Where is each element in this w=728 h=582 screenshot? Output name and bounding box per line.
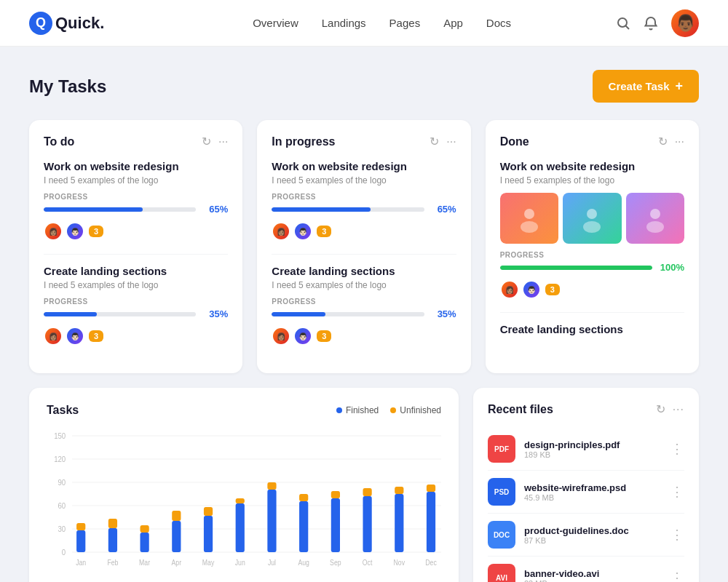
logo-text: Quick. <box>55 14 104 33</box>
svg-text:Jun: Jun <box>235 558 245 567</box>
task-card: Create landing sections I need 5 example… <box>272 265 456 346</box>
task-avatars: 👩🏽 👨🏻 3 <box>272 327 456 346</box>
svg-point-5 <box>583 221 601 233</box>
svg-rect-47 <box>363 496 371 552</box>
avatar-count: 3 <box>317 226 331 237</box>
svg-point-4 <box>587 209 597 219</box>
chart-legend: Finished Unfinished <box>336 405 441 415</box>
file-menu-button[interactable]: ⋮ <box>670 484 684 500</box>
create-task-button[interactable]: Create Task + <box>593 70 699 103</box>
refresh-icon[interactable]: ↻ <box>658 135 668 148</box>
avatar-1: 👩🏽 <box>44 327 63 346</box>
logo-q-icon: Q <box>29 12 52 35</box>
file-item: PSD website-wireframe.psd 45.9 MB ⋮ <box>488 471 684 514</box>
file-type-icon: AVI <box>488 564 515 582</box>
svg-rect-32 <box>204 516 213 552</box>
svg-text:Nov: Nov <box>394 558 405 567</box>
legend-dot-unfinished <box>390 407 396 413</box>
progress-row: 35% <box>44 308 228 319</box>
nav-app[interactable]: App <box>443 17 463 29</box>
avatar-1: 👩🏽 <box>272 327 290 346</box>
task-avatars: 👩🏽 👨🏻 3 <box>272 222 456 241</box>
progress-pct: 100% <box>660 262 684 273</box>
file-menu-button[interactable]: ⋮ <box>670 527 684 543</box>
svg-text:Mar: Mar <box>139 558 150 567</box>
svg-point-6 <box>650 209 660 219</box>
svg-text:Dec: Dec <box>425 558 437 567</box>
svg-rect-51 <box>395 487 403 494</box>
svg-text:May: May <box>202 558 215 567</box>
svg-rect-53 <box>427 492 435 552</box>
nav-actions: 👨🏾 <box>616 9 699 37</box>
task-desc: I need 5 examples of the logo <box>44 280 228 290</box>
file-size: 45.9 MB <box>524 493 662 502</box>
nav-overview[interactable]: Overview <box>253 17 298 29</box>
svg-line-1 <box>626 25 630 29</box>
progress-bar-bg <box>272 312 424 316</box>
kanban-col-todo: To do ↻ ··· Work on website redesign I n… <box>29 120 242 373</box>
svg-rect-35 <box>236 503 245 552</box>
svg-text:Sep: Sep <box>330 558 341 567</box>
col-todo-header: To do ↻ ··· <box>44 135 228 148</box>
task-card: Work on website redesign I need 5 exampl… <box>44 160 228 241</box>
task-image-1 <box>500 193 558 244</box>
svg-text:120: 120 <box>54 455 66 463</box>
kanban-col-inprogress: In progress ↻ ··· Work on website redesi… <box>257 120 470 373</box>
svg-text:30: 30 <box>58 525 66 533</box>
task-desc: I need 5 examples of the logo <box>500 175 684 186</box>
main-content: My Tasks Create Task + To do ↻ ··· Work … <box>0 47 728 582</box>
progress-label: PROGRESS <box>44 193 228 201</box>
file-menu-button[interactable]: ⋮ <box>670 441 684 457</box>
nav-landings[interactable]: Landings <box>322 17 366 29</box>
files-actions: ↻ ··· <box>656 402 684 416</box>
file-name: banner-video.avi <box>524 568 662 579</box>
chart-header: Tasks Finished Unfinished <box>47 404 441 417</box>
task-title: Work on website redesign <box>500 160 684 172</box>
task-image-2 <box>563 193 621 244</box>
file-info: design-principles.pdf 189 KB <box>524 439 662 459</box>
more-icon[interactable]: ··· <box>218 135 228 148</box>
file-size: 87 KB <box>524 536 662 545</box>
chart-title: Tasks <box>47 404 79 417</box>
file-name: website-wireframe.psd <box>524 482 662 493</box>
more-icon[interactable]: ··· <box>673 403 684 416</box>
task-image-3 <box>626 193 684 244</box>
refresh-icon[interactable]: ↻ <box>656 402 665 416</box>
nav-pages[interactable]: Pages <box>389 17 421 29</box>
bar-chart-area: 150 120 90 60 30 0 Jan Feb <box>47 428 441 574</box>
svg-rect-36 <box>236 498 245 503</box>
bar-chart-svg: 150 120 90 60 30 0 Jan Feb <box>47 428 441 574</box>
svg-point-7 <box>646 221 664 233</box>
svg-text:90: 90 <box>58 478 66 487</box>
plus-icon: + <box>675 79 683 94</box>
svg-rect-23 <box>108 528 117 552</box>
task-card: Work on website redesign I need 5 exampl… <box>272 160 456 241</box>
avatar-count: 3 <box>545 284 560 295</box>
refresh-icon[interactable]: ↻ <box>202 135 211 148</box>
svg-text:Jul: Jul <box>268 558 276 567</box>
col-done-header: Done ↻ ··· <box>500 135 684 148</box>
svg-point-0 <box>618 18 627 27</box>
more-icon[interactable]: ··· <box>675 135 684 148</box>
more-icon[interactable]: ··· <box>446 135 456 148</box>
svg-rect-39 <box>267 482 276 490</box>
svg-text:Aug: Aug <box>298 558 309 567</box>
user-avatar[interactable]: 👨🏾 <box>671 9 699 37</box>
notification-icon[interactable] <box>644 16 658 31</box>
svg-text:0: 0 <box>62 548 66 557</box>
file-name: design-principles.pdf <box>524 439 662 450</box>
nav-docs[interactable]: Docs <box>486 17 511 29</box>
progress-row: 100% <box>500 262 684 273</box>
legend-unfinished: Unfinished <box>390 405 441 415</box>
progress-pct: 65% <box>432 204 456 215</box>
avatar-count: 3 <box>317 330 331 342</box>
avatar-count: 3 <box>89 226 103 237</box>
file-menu-button[interactable]: ⋮ <box>670 570 684 582</box>
refresh-icon[interactable]: ↻ <box>430 135 439 148</box>
progress-bar-fill <box>272 312 325 316</box>
search-icon[interactable] <box>616 16 630 31</box>
progress-bar-fill <box>44 207 143 212</box>
file-info: product-guidelines.doc 87 KB <box>524 525 662 545</box>
logo[interactable]: Q Quick. <box>29 12 104 35</box>
col-inprogress-actions: ↻ ··· <box>430 135 456 148</box>
